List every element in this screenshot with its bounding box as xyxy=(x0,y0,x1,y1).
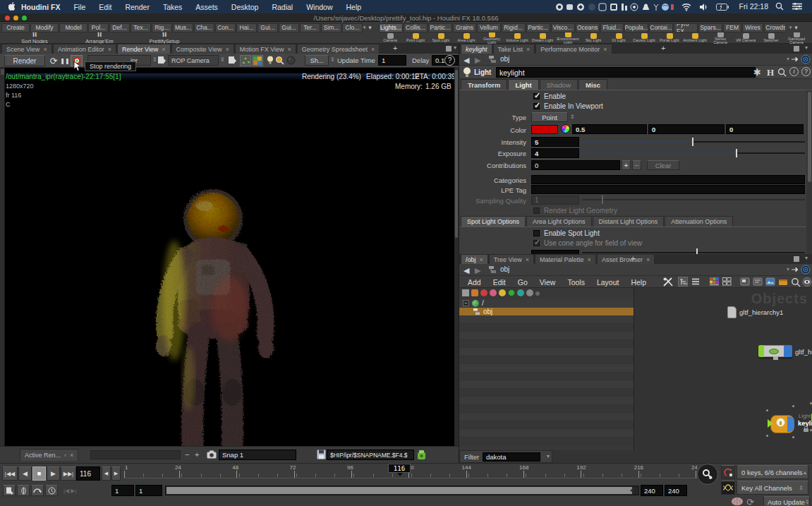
camera-dropdown-arrows-icon[interactable]: ⇕ xyxy=(220,56,225,63)
close-tab-icon[interactable]: × xyxy=(526,256,529,263)
shelf-tab-Cha[interactable]: Cha... xyxy=(194,23,214,32)
tree-row-empty[interactable] xyxy=(459,405,634,414)
shelf-tab-Ter[interactable]: Ter... xyxy=(300,23,320,32)
folder-tab-misc[interactable]: Misc xyxy=(578,79,607,90)
shelf-tab-Lights[interactable]: Lights... xyxy=(379,23,403,32)
prev-frame-button[interactable]: ◀ xyxy=(102,466,111,481)
node-gltf-hierarchy2-label[interactable]: gltf_hierarchy2 xyxy=(795,348,812,356)
pause-render-icon[interactable]: ❚❚ xyxy=(60,56,70,66)
exposure-field[interactable]: 4 xyxy=(531,148,579,158)
range-start-field[interactable]: 1 xyxy=(135,485,162,496)
shelf-tool-point-light[interactable]: Point Light xyxy=(403,33,428,43)
network-menu-go[interactable]: Go xyxy=(518,278,528,287)
list-view-icon[interactable] xyxy=(691,277,701,287)
shelf-tab-Rig[interactable]: Rig... xyxy=(152,23,172,32)
snapshot-copy-icon[interactable] xyxy=(227,56,236,65)
tree-row-empty[interactable] xyxy=(459,429,634,438)
tree-row-empty[interactable] xyxy=(459,421,634,430)
next-frame-button[interactable]: ▶ xyxy=(111,466,121,481)
current-frame-field[interactable]: 116 xyxy=(76,466,100,481)
shelf-tab-FEM[interactable]: FEM xyxy=(723,23,741,32)
pane-menu-icon[interactable]: ▾ xyxy=(805,255,808,261)
network-path[interactable]: obj xyxy=(500,265,509,273)
network-menu-help[interactable]: Help xyxy=(631,278,646,287)
pane-maximize-icon[interactable] xyxy=(446,46,452,52)
camera-dropdown[interactable]: ROP Camera xyxy=(168,55,219,66)
refresh-icon[interactable]: ⟳ xyxy=(746,497,754,506)
node-gltf-hierarchy2[interactable] xyxy=(758,345,792,357)
network-menu-edit[interactable]: Edit xyxy=(493,278,506,287)
shading-dropdown[interactable]: Sh... xyxy=(305,55,329,66)
node-name-field[interactable]: keylight xyxy=(496,67,756,78)
tree-row-empty[interactable] xyxy=(459,373,634,381)
archive-icon[interactable] xyxy=(416,449,427,460)
tab--obj[interactable]: /obj× xyxy=(461,254,488,264)
background-image-icon[interactable] xyxy=(765,277,775,286)
pin-icon[interactable] xyxy=(791,265,799,274)
timeline-ruler[interactable]: 124487296120144168192216240 xyxy=(124,464,697,482)
shelf-tab-Popula[interactable]: Popula... xyxy=(624,23,648,32)
tree-row-empty[interactable] xyxy=(459,315,634,324)
shelf-tool-stereo-camera[interactable]: Stereo Camera xyxy=(708,32,733,44)
menubar-item-houdini-fx[interactable]: Houdini FX xyxy=(21,3,60,11)
pin-icon[interactable] xyxy=(791,55,799,64)
close-tab-icon[interactable]: × xyxy=(646,256,650,263)
pane-maximize-icon[interactable] xyxy=(794,46,799,52)
info-icon[interactable]: i xyxy=(789,67,799,76)
color-swatch[interactable] xyxy=(531,125,558,134)
shelf-tab-Hai[interactable]: Hai... xyxy=(236,23,257,32)
light-tab-attenuation-options[interactable]: Attenuation Options xyxy=(665,216,733,227)
shelf-tool-prettifysetup[interactable]: HPrettifySetup xyxy=(137,32,192,44)
copy-view-icon[interactable] xyxy=(157,56,166,65)
help-icon[interactable]: ? xyxy=(444,55,455,66)
close-tab-icon[interactable]: × xyxy=(526,46,530,53)
menubar-item-takes[interactable]: Takes xyxy=(163,3,182,11)
add-pane-tab-icon[interactable]: + xyxy=(661,44,665,52)
shelf-tool-area-light[interactable]: Area Light xyxy=(454,33,479,43)
contribution-remove-icon[interactable]: − xyxy=(632,160,641,170)
play-reverse-button[interactable]: ◀ xyxy=(18,466,32,481)
pane-menu-icon[interactable]: ▾ xyxy=(805,44,808,51)
tree-row-empty[interactable] xyxy=(459,380,634,389)
comment-node-icon[interactable] xyxy=(753,277,763,286)
tree-row-empty[interactable] xyxy=(459,397,634,405)
zoom-out-icon[interactable]: − xyxy=(185,450,189,459)
intensity-slider[interactable] xyxy=(582,138,805,146)
gear-icon[interactable]: ✱ xyxy=(753,67,761,78)
go-to-end-button[interactable]: ▶▶| xyxy=(61,466,76,481)
shelf-tab-menu-icon[interactable]: ▾ xyxy=(368,24,372,31)
shelf-tab-Clo[interactable]: Clo... xyxy=(342,23,363,32)
sampling-quality-field[interactable]: 1 xyxy=(531,195,579,205)
add-shelf-tab-icon[interactable]: + xyxy=(789,24,792,31)
enable-viewport-checkbox[interactable] xyxy=(533,103,540,109)
folder-tab-shadow[interactable]: Shadow xyxy=(540,79,578,90)
menubar-item-render[interactable]: Render xyxy=(125,3,149,11)
menubar-item-file[interactable]: File xyxy=(73,3,85,11)
houdini-badge-icon[interactable]: H xyxy=(767,67,774,78)
shelf-tab-Pol[interactable]: Pol... xyxy=(88,23,109,32)
tab-tree-view[interactable]: Tree View× xyxy=(489,254,534,264)
intensity-field[interactable]: 5 xyxy=(531,137,579,147)
close-tab-icon[interactable]: × xyxy=(288,46,291,53)
close-tab-icon[interactable]: × xyxy=(225,46,229,53)
lpe-tag-field[interactable] xyxy=(531,185,805,194)
light-tab-spot-light-options[interactable]: Spot Light Options xyxy=(461,216,526,227)
control-center-icon[interactable] xyxy=(792,3,802,10)
nav-back-icon[interactable]: ◀ xyxy=(463,266,469,275)
color-wheel-icon[interactable] xyxy=(561,124,570,133)
auto-update-dropdown[interactable]: Auto Update⇕ xyxy=(763,496,810,506)
menubar-item-radial[interactable]: Radial xyxy=(272,3,293,11)
params-scrollbar[interactable] xyxy=(806,90,812,254)
clear-button[interactable]: Clear xyxy=(647,160,679,170)
filter-dropdown-icon[interactable]: ▾ xyxy=(547,453,550,459)
shelf-left-tab-more[interactable]: +▾ xyxy=(363,23,372,32)
folder-tab-transform[interactable]: Transform xyxy=(461,79,507,90)
shading-arrows-icon[interactable]: ⇕ xyxy=(330,56,335,63)
close-tab-icon[interactable]: × xyxy=(43,46,47,53)
shelf-tool-camera[interactable]: Camera xyxy=(377,33,403,43)
shelf-tab-Partic[interactable]: Partic... xyxy=(526,23,550,32)
shelf-tool-volume-light[interactable]: Volume Light xyxy=(504,33,530,43)
zoom-in-icon[interactable]: + xyxy=(195,450,199,459)
snapshot-path-field[interactable]: $HIP/ipr/$SNAPNAME.$F4.$ xyxy=(327,450,414,460)
shelf-tool-sky-light[interactable]: Sky Light xyxy=(581,33,606,43)
